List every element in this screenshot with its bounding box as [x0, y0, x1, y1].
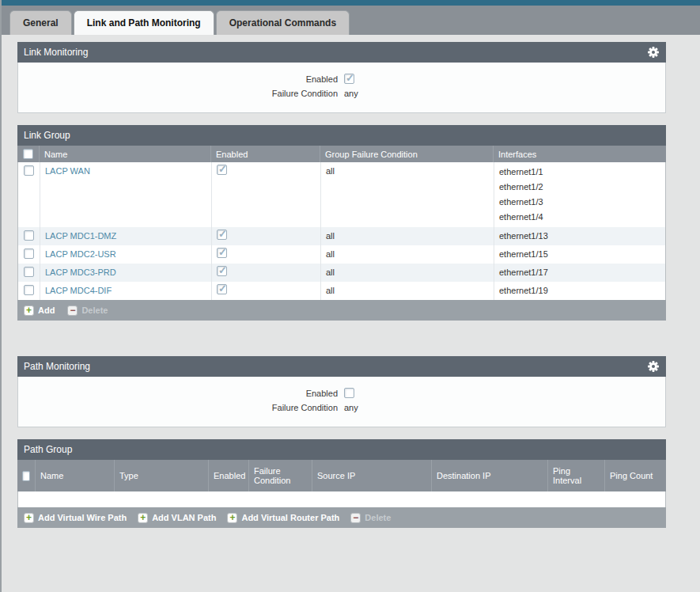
table-row: LACP WAN all ethernet1/1 ethernet1/2 eth… — [18, 162, 665, 227]
tab-content-area: Link Monitoring Enabled Failure Conditio… — [2, 35, 700, 528]
plus-icon: + — [138, 513, 148, 523]
minus-icon: − — [350, 513, 361, 523]
gear-icon[interactable] — [647, 46, 660, 59]
path-monitoring-section: Path Monitoring Enabled Failure Conditio… — [17, 356, 666, 427]
link-group-header: Link Group — [17, 125, 666, 146]
add-vlan-path-label: Add VLAN Path — [152, 513, 216, 522]
plus-icon: + — [24, 513, 34, 523]
delete-button[interactable]: − Delete — [350, 513, 391, 523]
row-select-checkbox[interactable] — [24, 285, 34, 295]
group-failure-condition-value: all — [321, 162, 494, 227]
tab-operational-commands[interactable]: Operational Commands — [216, 10, 350, 35]
minus-icon: − — [67, 305, 78, 316]
path-monitoring-header: Path Monitoring — [17, 356, 666, 377]
add-virtual-router-path-button[interactable]: + Add Virtual Router Path — [227, 513, 339, 523]
tab-link-and-path-monitoring[interactable]: Link and Path Monitoring — [74, 10, 214, 35]
link-group-select-all-checkbox[interactable] — [23, 149, 33, 159]
table-row: LACP MDC2-USR all ethernet1/15 — [18, 245, 665, 264]
path-monitoring-body: Enabled Failure Condition any — [17, 377, 666, 427]
interface-value: ethernet1/3 — [499, 195, 660, 210]
link-monitoring-section: Link Monitoring Enabled Failure Conditio… — [17, 42, 666, 113]
add-button[interactable]: + Add — [24, 305, 55, 316]
add-virtual-wire-path-button[interactable]: + Add Virtual Wire Path — [24, 513, 127, 523]
column-header-ping-count[interactable]: Ping Count — [605, 460, 666, 491]
path-group-footer: + Add Virtual Wire Path + Add VLAN Path … — [17, 507, 666, 528]
interface-value: ethernet1/17 — [494, 264, 665, 282]
plus-icon: + — [227, 513, 237, 523]
row-select-checkbox[interactable] — [24, 249, 34, 259]
link-monitoring-failure-condition-label: Failure Condition — [18, 89, 344, 98]
column-header-interfaces[interactable]: Interfaces — [494, 146, 666, 162]
column-header-name[interactable]: Name — [36, 460, 115, 491]
link-monitoring-title: Link Monitoring — [24, 47, 88, 58]
link-group-name-link[interactable]: LACP MDC2-USR — [45, 249, 116, 259]
window-top-accent-bar — [2, 0, 700, 6]
add-virtual-wire-path-label: Add Virtual Wire Path — [38, 513, 127, 522]
link-group-name-link[interactable]: LACP MDC3-PRD — [45, 268, 116, 277]
path-group-select-all-checkbox[interactable] — [22, 471, 30, 481]
column-header-ping-interval[interactable]: Ping Interval — [548, 460, 605, 491]
link-group-table-header: Name Enabled Group Failure Condition Int… — [17, 146, 666, 162]
row-select-checkbox[interactable] — [24, 230, 34, 241]
row-enabled-checkbox[interactable] — [217, 230, 227, 240]
tab-link-and-path-monitoring-label: Link and Path Monitoring — [87, 17, 201, 28]
gear-icon[interactable] — [647, 360, 660, 373]
delete-button[interactable]: − Delete — [67, 305, 108, 316]
link-group-name-link[interactable]: LACP WAN — [45, 166, 90, 176]
link-monitoring-enabled-checkbox[interactable] — [344, 74, 354, 84]
path-group-empty-row — [17, 491, 666, 507]
column-header-source-ip[interactable]: Source IP — [312, 460, 432, 491]
add-vlan-path-button[interactable]: + Add VLAN Path — [138, 513, 216, 523]
path-group-table-header: Name Type Enabled Failure Condition Sour… — [17, 460, 666, 491]
group-failure-condition-value: all — [321, 264, 494, 282]
link-monitoring-body: Enabled Failure Condition any — [17, 63, 666, 113]
path-monitoring-failure-condition-label: Failure Condition — [18, 403, 344, 412]
tab-general-label: General — [23, 17, 59, 28]
row-select-checkbox[interactable] — [24, 165, 34, 176]
interface-value: ethernet1/4 — [499, 210, 660, 225]
interface-value: ethernet1/13 — [494, 227, 665, 245]
row-enabled-checkbox[interactable] — [217, 165, 227, 175]
add-virtual-router-path-label: Add Virtual Router Path — [241, 513, 339, 522]
group-failure-condition-value: all — [321, 282, 494, 300]
link-group-section: Link Group Name Enabled Group Failure Co… — [17, 125, 666, 321]
row-enabled-checkbox[interactable] — [217, 248, 227, 258]
link-group-footer: + Add − Delete — [17, 300, 666, 321]
plus-icon: + — [24, 305, 34, 316]
delete-button-label: Delete — [365, 513, 391, 522]
table-row: LACP MDC4-DIF all ethernet1/19 — [18, 282, 665, 300]
column-header-enabled[interactable]: Enabled — [211, 146, 320, 162]
column-header-failure-condition[interactable]: Failure Condition — [249, 460, 312, 491]
interfaces-cell: ethernet1/1 ethernet1/2 ethernet1/3 ethe… — [494, 162, 665, 227]
interface-value: ethernet1/1 — [499, 165, 660, 180]
link-group-name-link[interactable]: LACP MDC1-DMZ — [45, 231, 116, 241]
interface-value: ethernet1/19 — [494, 282, 665, 300]
table-row: LACP MDC3-PRD all ethernet1/17 — [18, 264, 665, 282]
link-group-title: Link Group — [24, 130, 70, 141]
column-header-group-failure-condition[interactable]: Group Failure Condition — [320, 146, 494, 162]
link-group-table-body: LACP WAN all ethernet1/1 ethernet1/2 eth… — [17, 162, 666, 300]
group-failure-condition-value: all — [321, 227, 494, 245]
path-monitoring-enabled-checkbox[interactable] — [344, 388, 354, 398]
link-monitoring-header: Link Monitoring — [17, 42, 666, 63]
path-monitoring-failure-condition-value: any — [344, 403, 358, 412]
row-enabled-checkbox[interactable] — [217, 266, 227, 276]
add-button-label: Add — [38, 305, 55, 315]
tab-operational-commands-label: Operational Commands — [229, 17, 336, 28]
row-enabled-checkbox[interactable] — [217, 284, 227, 294]
link-group-name-link[interactable]: LACP MDC4-DIF — [45, 286, 112, 295]
row-select-checkbox[interactable] — [24, 267, 34, 277]
tab-strip: General Link and Path Monitoring Operati… — [2, 6, 700, 35]
column-header-type[interactable]: Type — [115, 460, 209, 491]
path-monitoring-enabled-label: Enabled — [18, 389, 344, 398]
table-row: LACP MDC1-DMZ all ethernet1/13 — [18, 227, 665, 245]
column-header-name[interactable]: Name — [40, 146, 211, 162]
interface-value: ethernet1/15 — [494, 245, 665, 264]
column-header-destination-ip[interactable]: Destination IP — [432, 460, 548, 491]
path-monitoring-title: Path Monitoring — [24, 361, 90, 372]
path-group-section: Path Group Name Type Enabled Failure Con… — [17, 439, 666, 528]
path-group-title: Path Group — [24, 444, 72, 455]
tab-general[interactable]: General — [9, 10, 72, 35]
group-failure-condition-value: all — [321, 245, 494, 264]
column-header-enabled[interactable]: Enabled — [209, 460, 249, 491]
